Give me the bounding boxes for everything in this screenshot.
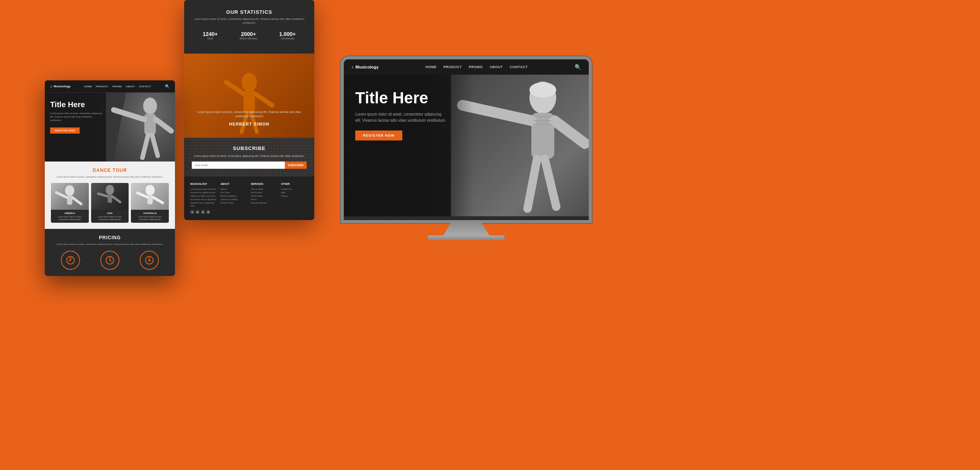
footer-musicology-text: Lorem ipsum dolor sit amet, consecte-tur… <box>190 188 217 208</box>
america-person <box>51 183 89 210</box>
dance-tour-section: DANCE TOUR Lorem ipsum dolor sit amet, c… <box>45 162 175 229</box>
social-instagram[interactable]: ● <box>190 210 194 214</box>
svg-rect-8 <box>144 114 156 135</box>
dancer-figure <box>222 63 276 138</box>
footer-about-title: ABOUT <box>220 183 248 185</box>
tour-card-asia: ASIA Lorem ipsum dolor sit amet, consect… <box>91 183 129 223</box>
footer-services-title: SERVICES <box>251 183 278 185</box>
phone-nav-about[interactable]: ABOUT <box>126 85 135 88</box>
desktop-register-button[interactable]: REGISTER NOW <box>355 131 402 140</box>
tour-card-australia-title: AUSTRALIA <box>133 212 167 214</box>
phone-search-icon[interactable]: 🔍 <box>165 84 170 88</box>
phone-hero-title: Title Here <box>50 100 104 109</box>
footer-about-history[interactable]: History <box>220 188 248 191</box>
pricing-icons-row <box>51 251 169 270</box>
footer-musicology-title: MUSICOLOGY <box>190 183 217 185</box>
svg-point-28 <box>109 257 110 258</box>
tour-card-australia-desc: Lorem ipsum dolor sit amet, consectetur … <box>133 215 167 220</box>
phone-nav: ♪ Musicology HOME PRODUCT PROMO ABOUT CO… <box>45 80 175 93</box>
social-facebook[interactable]: ● <box>196 210 199 214</box>
stat-community-label: Community <box>279 37 296 40</box>
dance-tour-description: Lorem ipsum dolor sit amet, consectetur … <box>51 175 169 178</box>
phone-register-button[interactable]: REGISTER NOW <box>50 127 80 134</box>
desktop-nav-about[interactable]: ABOUT <box>490 65 503 69</box>
asia-person <box>91 183 129 210</box>
tour-card-america-title: AMERICA <box>53 212 87 214</box>
footer-about-terms[interactable]: Terms & Condition <box>220 198 248 201</box>
footer-about-team[interactable]: Our Team <box>220 191 248 194</box>
stat-member-label: Active Member <box>240 37 258 40</box>
desktop-search-icon[interactable]: 🔍 <box>575 64 581 70</box>
footer-col-other: OTHER Contact Us Help Privacy <box>281 183 308 214</box>
footer-social: ● ● ● ● <box>190 210 217 214</box>
desktop-hero-content: Title Here Lorem ipsum dolor sit amet, c… <box>355 90 447 140</box>
phone-nav-links: HOME PRODUCT PROMO ABOUT CONTACT <box>84 85 151 88</box>
desktop-nav-contact[interactable]: CONTACT <box>510 65 528 69</box>
footer-other-contact[interactable]: Contact Us <box>281 188 308 191</box>
svg-point-30 <box>149 257 150 258</box>
svg-point-13 <box>65 185 74 196</box>
svg-point-0 <box>242 73 257 92</box>
svg-line-24 <box>153 197 163 203</box>
footer-other-privacy[interactable]: Privacy <box>281 194 308 198</box>
svg-point-33 <box>529 82 556 98</box>
social-twitter[interactable]: ● <box>201 210 205 214</box>
tour-card-asia-img <box>91 183 129 210</box>
footer-other-help[interactable]: Help <box>281 191 308 194</box>
desktop-music-note-icon: ♪ <box>351 65 354 69</box>
tour-cards: AMERICA Lorem ipsum dolor sit amet, cons… <box>51 183 169 223</box>
footer-about-brand[interactable]: Brand Guidelines <box>220 194 248 198</box>
phone-nav-promo[interactable]: PROMO <box>112 85 122 88</box>
social-linkedin[interactable]: ● <box>206 210 210 214</box>
svg-line-16 <box>72 197 81 204</box>
mobile-hero-name: HERBERT SIMON <box>184 122 314 126</box>
phone-dancer <box>106 93 175 162</box>
desktop-nav: ♪ Musicology HOME PRODUCT PROMO ABOUT CO… <box>344 59 589 75</box>
stat-club-number: 1240+ <box>203 31 217 37</box>
stats-description: Lorem ipsum dolor sit amet, consectetur … <box>192 17 307 25</box>
footer-about-privacy[interactable]: Privacy Policy <box>220 201 248 205</box>
pricing-icon-3 <box>140 251 159 270</box>
email-input[interactable] <box>192 162 285 169</box>
pricing-icon-1 <box>61 251 80 270</box>
tour-card-america: AMERICA Lorem ipsum dolor sit amet, cons… <box>51 183 89 223</box>
mobile-hero-overlay: Lorem ipsum dolor sit amet, consectetur … <box>184 110 314 126</box>
svg-line-2 <box>226 82 243 94</box>
phone-hero-description: Lorem ipsum dolor sit amet, consectetur … <box>50 112 104 122</box>
tour-card-america-desc: Lorem ipsum dolor sit amet, consectetur … <box>53 215 87 220</box>
phone-hero: Title Here Lorem ipsum dolor sit amet, c… <box>45 93 175 162</box>
tour-card-australia-info: AUSTRALIA Lorem ipsum dolor sit amet, co… <box>131 210 169 223</box>
stat-club-label: Club <box>203 37 217 40</box>
footer-services-order[interactable]: Order Status <box>251 194 278 198</box>
stat-club: 1240+ Club <box>203 31 217 40</box>
phone-mockup: ♪ Musicology HOME PRODUCT PROMO ABOUT CO… <box>45 80 175 276</box>
footer-col-services: SERVICES How to Order Our Product Order … <box>251 183 278 214</box>
subscribe-form: SUBSCRIBE <box>192 162 307 169</box>
desktop-nav-home[interactable]: HOME <box>426 65 437 69</box>
footer-services-product[interactable]: Our Product <box>251 191 278 194</box>
phone-logo-text: Musicology <box>54 85 70 88</box>
phone-nav-contact[interactable]: CONTACT <box>139 85 151 88</box>
desktop-nav-product[interactable]: PRODUCT <box>444 65 462 69</box>
footer-services-how[interactable]: How to Order <box>251 188 278 191</box>
svg-line-15 <box>56 193 67 197</box>
phone-nav-product[interactable]: PRODUCT <box>96 85 108 88</box>
subscribe-button[interactable]: SUBSCRIBE <box>285 162 307 169</box>
desktop-nav-promo[interactable]: PROMO <box>469 65 483 69</box>
footer-services-payment[interactable]: Payment Method <box>251 201 278 205</box>
australia-person <box>131 183 169 210</box>
phone-nav-home[interactable]: HOME <box>84 85 92 88</box>
tour-card-asia-desc: Lorem ipsum dolor sit amet, consectetur … <box>93 215 127 220</box>
desktop-hero-description: Lorem ipsum dolor sit amet, consectetur … <box>355 111 447 124</box>
mobile-hero: Lorem ipsum dolor sit amet, consectetur … <box>184 54 314 138</box>
footer-col-about: ABOUT History Our Team Brand Guidelines … <box>220 183 248 214</box>
footer-other-title: OTHER <box>281 183 308 185</box>
tour-card-asia-info: ASIA Lorem ipsum dolor sit amet, consect… <box>91 210 129 223</box>
desktop-logo-text: Musicology <box>356 65 379 69</box>
pricing-title: PRICING <box>51 235 169 240</box>
stats-title: OUR STATISTICS <box>192 9 307 15</box>
dance-tour-title: DANCE TOUR <box>51 168 169 173</box>
tour-card-australia: AUSTRALIA Lorem ipsum dolor sit amet, co… <box>131 183 169 223</box>
tour-card-asia-title: ASIA <box>93 212 127 214</box>
footer-services-promo[interactable]: Promo <box>251 198 278 201</box>
